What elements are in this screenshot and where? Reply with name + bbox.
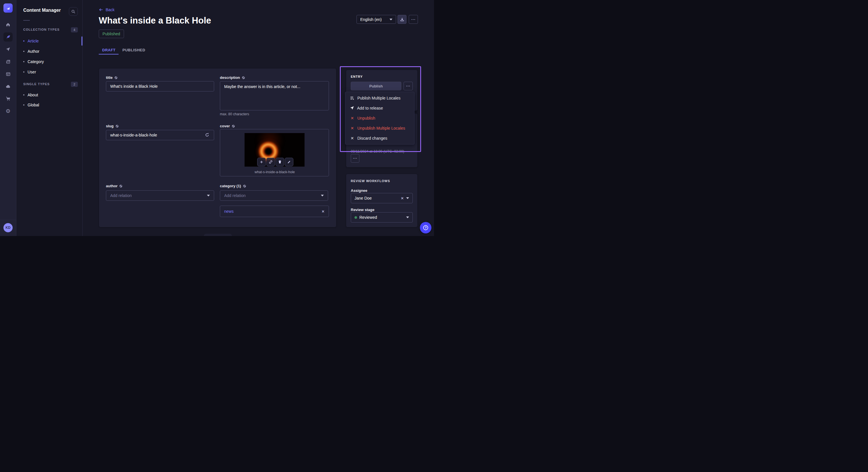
sidebar-item-author[interactable]: Author — [23, 48, 39, 54]
category-relation-combobox[interactable]: Add relation — [220, 191, 328, 201]
section-collection-types: COLLECTION TYPES — [23, 28, 60, 31]
refresh-icon — [205, 133, 209, 137]
author-relation-combobox[interactable]: Add relation — [106, 191, 214, 201]
main-nav-rail: ⚙ KD — [0, 0, 17, 236]
sidebar-item-category[interactable]: Category — [23, 59, 44, 65]
back-link[interactable]: Back — [99, 7, 115, 12]
marketplace-nav-button[interactable] — [3, 94, 12, 103]
publish-button[interactable]: Publish — [351, 82, 401, 90]
header-more-button[interactable]: ⋯ — [409, 15, 418, 24]
bullet-icon — [23, 51, 24, 52]
settings-nav-button[interactable]: ⚙ — [3, 106, 12, 115]
bullet-icon — [23, 71, 24, 72]
home-icon — [6, 22, 10, 27]
bullet-icon — [23, 94, 24, 96]
search-icon — [71, 9, 75, 14]
rail-divider — [0, 220, 16, 220]
menu-item-discard-changes[interactable]: ✕ Discard changes — [345, 133, 414, 143]
title-input[interactable] — [106, 81, 214, 92]
releases-nav-button[interactable] — [3, 45, 12, 54]
locale-select[interactable]: English (en) — [356, 15, 396, 24]
scheduled-more-button[interactable]: ⋯ — [351, 154, 360, 163]
slug-input[interactable] — [106, 130, 214, 140]
review-stage-combobox[interactable]: Reviewed — [351, 212, 413, 223]
paper-plane-icon — [6, 47, 10, 52]
sidebar-item-article[interactable]: Article — [23, 38, 39, 44]
question-mark-icon: ? — [423, 225, 429, 231]
remove-relation-icon[interactable]: ✕ — [321, 209, 324, 214]
list-plus-icon — [350, 96, 354, 100]
content-type-builder-nav-button[interactable] — [3, 69, 12, 78]
arrow-left-icon — [99, 7, 103, 12]
menu-item-publish-multiple-locales[interactable]: Publish Multiple Locales — [345, 93, 414, 103]
content-manager-nav-button[interactable] — [3, 32, 12, 42]
description-textarea[interactable]: Maybe the answer is in this article, or … — [220, 81, 329, 110]
globe-icon — [119, 184, 123, 188]
assignee-combobox[interactable]: Jane Doe ✕ — [351, 193, 413, 203]
cover-field: what-s-inside-a-black-hole — [220, 129, 329, 176]
subnav-scrollbar-thumb[interactable] — [82, 36, 82, 45]
assignee-label: Assignee — [351, 189, 367, 193]
cloud-icon — [6, 84, 11, 89]
link-icon — [269, 160, 273, 164]
category-relation-item: news ✕ — [220, 206, 329, 217]
sidebar-item-about[interactable]: About — [23, 92, 38, 98]
copy-link-button[interactable] — [267, 158, 275, 166]
edit-form-card: title description Maybe the answer is in… — [99, 69, 336, 227]
strapi-app: ⚙ KD Content Manager COLLECTION TYPES 4 … — [0, 0, 434, 236]
title-field-label: title — [106, 75, 118, 80]
user-avatar[interactable]: KD — [3, 223, 12, 232]
relation-link-news[interactable]: news — [224, 209, 321, 214]
review-stage-label: Review stage — [351, 208, 374, 212]
images-icon — [6, 59, 11, 64]
help-button[interactable]: ? — [420, 222, 431, 233]
review-workflows-header: REVIEW WORKFLOWS — [351, 179, 390, 183]
content-manager-subnav: Content Manager COLLECTION TYPES 4 Artic… — [17, 0, 83, 236]
version-tabs: DRAFT PUBLISHED — [99, 46, 149, 54]
next-section-partial — [204, 234, 232, 236]
strapi-logo-icon — [5, 5, 11, 11]
category-field-label: category (1) — [220, 184, 246, 188]
media-library-nav-button[interactable] — [3, 57, 12, 66]
status-badge: Published — [99, 30, 124, 38]
description-field-label: description — [220, 75, 245, 80]
menu-item-unpublish[interactable]: ✕ Unpublish — [345, 113, 414, 123]
clear-assignee-icon[interactable]: ✕ — [401, 196, 404, 200]
single-types-count-badge: 2 — [71, 82, 78, 87]
stage-status-dot — [354, 216, 357, 219]
collection-types-count-badge: 4 — [71, 27, 78, 32]
trash-icon — [278, 160, 282, 164]
delete-asset-button[interactable] — [276, 158, 284, 166]
globe-icon — [115, 125, 119, 128]
chevron-down-icon — [390, 19, 392, 20]
edit-asset-button[interactable] — [285, 158, 293, 166]
active-tab-underline — [99, 54, 119, 55]
regenerate-slug-button[interactable] — [205, 133, 209, 138]
search-button[interactable] — [69, 7, 78, 16]
globe-icon — [243, 184, 246, 188]
menu-item-unpublish-multiple-locales[interactable]: ✕ Unpublish Multiple Locales — [345, 123, 414, 133]
cloud-nav-button[interactable] — [3, 82, 12, 91]
cross-icon: ✕ — [350, 136, 354, 140]
cover-field-label: cover — [220, 124, 235, 128]
sidebar-item-user[interactable]: User — [23, 69, 36, 75]
home-nav-button[interactable] — [3, 20, 12, 29]
description-hint: max. 80 characters — [220, 112, 249, 116]
strapi-logo[interactable] — [3, 3, 12, 12]
chevron-down-icon — [406, 216, 409, 218]
tab-published[interactable]: PUBLISHED — [119, 46, 149, 54]
slug-field-label: slug — [106, 124, 119, 128]
sidebar-item-global[interactable]: Global — [23, 102, 39, 108]
chevron-down-icon — [406, 197, 409, 199]
entry-panel-header: ENTRY — [351, 75, 363, 78]
entry-more-button[interactable]: ⋯ — [404, 82, 413, 90]
tab-draft[interactable]: DRAFT — [99, 46, 119, 54]
page-title: What's inside a Black Hole — [99, 15, 211, 26]
entry-more-menu: Publish Multiple Locales Add to release … — [345, 92, 414, 144]
export-button[interactable] — [398, 15, 406, 24]
add-asset-button[interactable] — [257, 158, 266, 166]
pencil-icon — [287, 160, 291, 164]
menu-item-add-to-release[interactable]: Add to release — [345, 103, 414, 113]
gear-icon: ⚙ — [5, 108, 10, 114]
globe-icon — [242, 76, 245, 79]
